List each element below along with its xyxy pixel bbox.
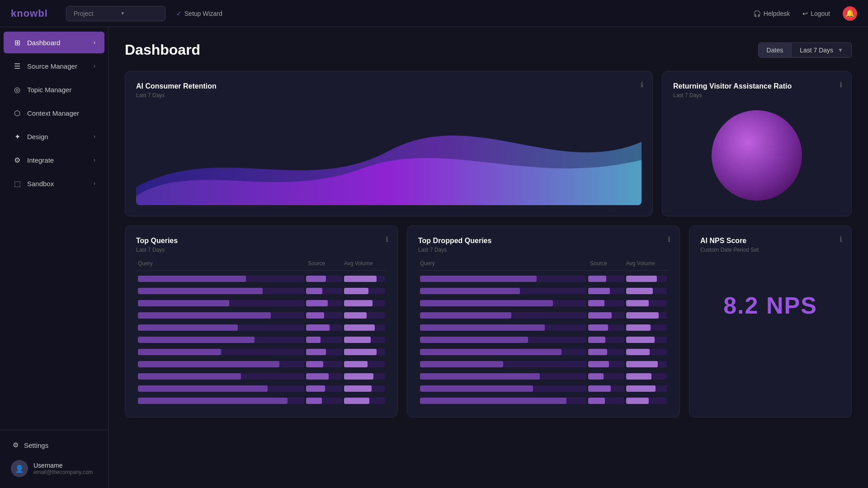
table-row bbox=[418, 273, 669, 284]
card-title: Top Dropped Queries bbox=[418, 237, 669, 245]
logout-button[interactable]: ↩ Logout bbox=[802, 10, 830, 17]
sidebar-item-design[interactable]: ✦ Design › bbox=[4, 126, 104, 147]
avatar: 👤 bbox=[11, 460, 28, 477]
source-bar bbox=[588, 373, 624, 380]
bottom-row: Top Queries Last 7 Days ℹ Query Source A… bbox=[125, 225, 852, 418]
chevron-right-icon: › bbox=[94, 157, 95, 163]
table-row bbox=[418, 310, 669, 321]
volume-bar bbox=[626, 276, 667, 282]
table-row bbox=[418, 298, 669, 309]
query-bar bbox=[138, 373, 304, 380]
query-bar bbox=[420, 373, 586, 380]
volume-bar bbox=[626, 300, 667, 306]
user-text: Username email@thecompany.com bbox=[33, 462, 93, 475]
volume-bar bbox=[344, 300, 385, 306]
volume-bar bbox=[344, 324, 385, 331]
table-header: Query Source Avg Volume bbox=[418, 260, 669, 271]
sidebar-item-label: Integrate bbox=[27, 156, 54, 164]
query-bar bbox=[420, 361, 586, 367]
sidebar-item-topic-manager[interactable]: ◎ Topic Manager bbox=[4, 79, 104, 100]
circle-chart bbox=[673, 106, 840, 205]
info-icon[interactable]: ℹ bbox=[386, 235, 388, 244]
user-profile[interactable]: 👤 Username email@thecompany.com bbox=[4, 455, 104, 483]
username: Username bbox=[33, 462, 93, 469]
wave-chart bbox=[136, 106, 642, 205]
sidebar-item-integrate[interactable]: ⚙ Integrate › bbox=[4, 149, 104, 171]
setup-wizard-button[interactable]: ✓ Setup Wizard bbox=[176, 10, 222, 17]
query-bar bbox=[138, 337, 304, 343]
source-bar bbox=[588, 398, 624, 404]
purple-circle-visual bbox=[712, 110, 802, 201]
query-bar bbox=[420, 398, 586, 404]
project-label: Project bbox=[74, 10, 94, 17]
card-subtitle: Last 7 Days bbox=[136, 247, 387, 253]
info-icon[interactable]: ℹ bbox=[641, 80, 643, 89]
dashboard-header: Dashboard Dates Last 7 Days ▼ bbox=[125, 42, 852, 58]
volume-bar bbox=[626, 337, 667, 343]
sidebar-item-label: Dashboard bbox=[27, 39, 60, 47]
helpdesk-icon: 🎧 bbox=[753, 10, 761, 17]
sidebar: ⊞ Dashboard › ☰ Source Manager › ◎ Topic… bbox=[0, 27, 108, 488]
info-icon[interactable]: ℹ bbox=[840, 80, 842, 89]
col-source: Source bbox=[590, 260, 626, 267]
table-row bbox=[136, 359, 387, 370]
source-manager-icon: ☰ bbox=[13, 61, 22, 70]
chevron-right-icon: › bbox=[94, 39, 95, 46]
table-row bbox=[136, 273, 387, 284]
main-layout: ⊞ Dashboard › ☰ Source Manager › ◎ Topic… bbox=[0, 27, 868, 488]
info-icon[interactable]: ℹ bbox=[668, 235, 670, 244]
card-title: AI NPS Score bbox=[700, 237, 840, 245]
query-bar bbox=[420, 337, 586, 343]
user-email: email@thecompany.com bbox=[33, 469, 93, 475]
dates-label: Dates bbox=[759, 43, 792, 57]
query-bar bbox=[420, 288, 586, 294]
dropdown-arrow-icon: ▼ bbox=[120, 11, 125, 16]
table-row bbox=[418, 286, 669, 296]
settings-button[interactable]: ⚙ Settings bbox=[4, 436, 104, 455]
query-bar bbox=[138, 276, 304, 282]
notification-button[interactable]: 🔔 bbox=[843, 6, 857, 21]
logout-icon: ↩ bbox=[802, 10, 808, 17]
card-subtitle: Last 7 Days bbox=[673, 92, 840, 99]
table-row bbox=[136, 286, 387, 296]
topic-manager-icon: ◎ bbox=[13, 85, 22, 94]
chevron-right-icon: › bbox=[94, 133, 95, 140]
table-row bbox=[418, 383, 669, 394]
sidebar-item-sandbox[interactable]: ⬚ Sandbox › bbox=[4, 173, 104, 194]
query-bar bbox=[420, 385, 586, 392]
table-row bbox=[418, 334, 669, 345]
table-rows bbox=[136, 273, 387, 406]
sandbox-icon: ⬚ bbox=[13, 179, 22, 188]
card-title: Returning Visitor Assistance Ratio bbox=[673, 82, 840, 90]
returning-visitor-card: Returning Visitor Assistance Ratio Last … bbox=[662, 71, 852, 216]
date-filter[interactable]: Dates Last 7 Days ▼ bbox=[758, 42, 852, 58]
col-query: Query bbox=[420, 260, 590, 267]
table-header: Query Source Avg Volume bbox=[136, 260, 387, 271]
card-subtitle: Custom Date Period Set bbox=[700, 247, 840, 253]
bell-icon: 🔔 bbox=[845, 9, 854, 18]
context-manager-icon: ⬡ bbox=[13, 108, 22, 117]
table-row bbox=[418, 347, 669, 357]
query-bar bbox=[138, 324, 304, 331]
query-bar bbox=[138, 349, 304, 355]
table-row bbox=[418, 359, 669, 370]
top-row: AI Consumer Retention Last 7 Days ℹ bbox=[125, 71, 852, 216]
sidebar-item-label: Sandbox bbox=[27, 180, 54, 188]
volume-bar bbox=[626, 324, 667, 331]
project-dropdown[interactable]: Project ▼ bbox=[66, 6, 165, 21]
sidebar-item-source-manager[interactable]: ☰ Source Manager › bbox=[4, 55, 104, 77]
volume-bar bbox=[344, 361, 385, 367]
query-bar bbox=[138, 312, 304, 319]
info-icon[interactable]: ℹ bbox=[840, 235, 842, 244]
sidebar-item-context-manager[interactable]: ⬡ Context Manager bbox=[4, 102, 104, 124]
source-bar bbox=[588, 300, 624, 306]
sidebar-item-dashboard[interactable]: ⊞ Dashboard › bbox=[4, 32, 104, 53]
table-row bbox=[136, 310, 387, 321]
date-value[interactable]: Last 7 Days ▼ bbox=[792, 43, 851, 57]
settings-icon: ⚙ bbox=[13, 441, 19, 449]
source-bar bbox=[306, 312, 342, 319]
query-bar bbox=[420, 312, 586, 319]
helpdesk-button[interactable]: 🎧 Helpdesk bbox=[753, 10, 790, 17]
volume-bar bbox=[626, 398, 667, 404]
top-navigation: knowbl Project ▼ ✓ Setup Wizard 🎧 Helpde… bbox=[0, 0, 868, 27]
